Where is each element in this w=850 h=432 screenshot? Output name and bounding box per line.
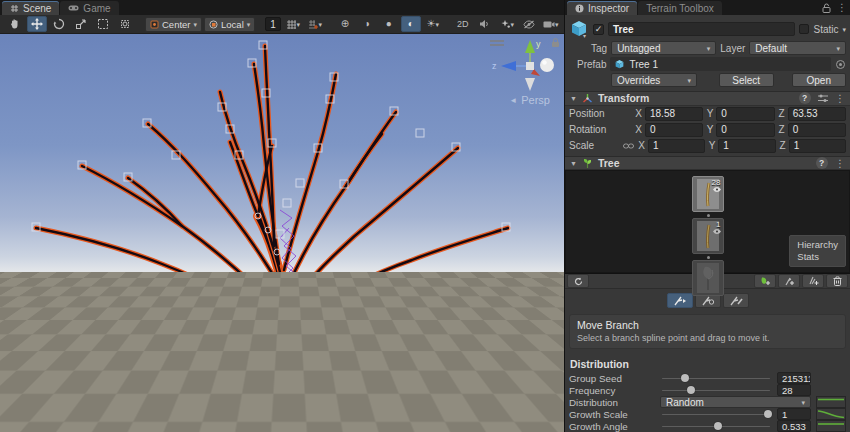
unity-editor-window: Scene Game	[0, 0, 850, 432]
filled-circle-icon: ●	[386, 19, 392, 29]
grid-snap-button[interactable]: ▾	[283, 16, 303, 32]
gizmo-crosshair-button[interactable]: ⊕	[335, 16, 355, 32]
eye-icon[interactable]	[713, 187, 721, 192]
snap-increment-field[interactable]: 1	[265, 17, 281, 31]
shading-mode-button[interactable]: ◑	[357, 16, 377, 32]
presets-icon[interactable]	[818, 94, 828, 103]
tag-dropdown[interactable]: Untagged ▾	[611, 41, 716, 55]
group-seed-value-field[interactable]: 215311	[777, 372, 811, 384]
crescent-toggle-button[interactable]: ◐	[401, 16, 421, 32]
camera-dropdown-button[interactable]: ▾	[541, 16, 561, 32]
link-icon[interactable]	[623, 142, 634, 150]
freehand-branch-tool-button[interactable]	[723, 293, 749, 308]
tab-inspector[interactable]: Inspector	[567, 1, 637, 15]
add-branch-group-button[interactable]	[778, 274, 800, 288]
sun-effects-button[interactable]: ☀▾	[423, 16, 443, 32]
slider-thumb[interactable]	[714, 422, 722, 430]
prefab-object-field[interactable]: Tree 1	[610, 57, 831, 71]
gameobject-cube-icon[interactable]: ▾	[569, 19, 589, 39]
foldout-icon: ▼	[570, 95, 577, 102]
kebab-menu-icon[interactable]: ⋮	[835, 92, 846, 104]
static-dropdown-icon[interactable]: ▾	[842, 26, 846, 33]
overrides-dropdown[interactable]: Overrides ▾	[611, 73, 697, 87]
growth-angle-slider[interactable]	[660, 420, 772, 432]
tree-node-branch-group-2[interactable]: 1	[692, 218, 724, 254]
snap-settings-button[interactable]: ▾	[305, 16, 325, 32]
tree-node-root[interactable]	[692, 260, 724, 296]
scale-z-field[interactable]: 1	[789, 139, 846, 153]
position-y-field[interactable]: 0	[716, 107, 774, 121]
rotation-y-field[interactable]: 0	[716, 123, 774, 137]
frequency-slider[interactable]	[660, 384, 772, 396]
eye-icon[interactable]	[713, 229, 721, 234]
rotate-icon	[53, 18, 65, 30]
growth-scale-slider[interactable]	[660, 408, 772, 420]
lighting-toggle-button[interactable]: ●	[379, 16, 399, 32]
shaded-sphere-icon: ◑	[364, 19, 370, 29]
kebab-menu-icon[interactable]: ⋮	[835, 157, 846, 169]
tree-component-title: Tree	[598, 157, 620, 169]
slider-thumb[interactable]	[764, 410, 772, 418]
prefab-settings-icon[interactable]	[835, 59, 846, 70]
growth-angle-value-field[interactable]: 0.533	[777, 420, 811, 432]
active-checkbox[interactable]: ✓	[593, 24, 604, 35]
effects-dropdown-button[interactable]: ▾	[497, 16, 517, 32]
distribution-curve-field[interactable]	[816, 396, 846, 408]
scale-tool-button[interactable]	[71, 16, 91, 32]
view-gizmo[interactable]: y z	[478, 36, 562, 94]
tab-game[interactable]: Game	[60, 1, 118, 15]
slider-thumb[interactable]	[687, 386, 695, 394]
static-checkbox[interactable]	[799, 24, 809, 34]
pivot-dropdown[interactable]: Center ▾	[145, 17, 202, 32]
open-button[interactable]: Open	[792, 73, 847, 87]
frequency-value-field[interactable]: 28	[777, 384, 811, 396]
refresh-icon	[574, 277, 583, 286]
projection-label[interactable]: ◄ Persp	[509, 94, 550, 106]
position-x-field[interactable]: 18.58	[645, 107, 703, 121]
duplicate-node-button[interactable]	[802, 274, 824, 288]
tree-hierarchy-canvas[interactable]: 28 1 Hierarchy Stats	[565, 170, 850, 274]
move-tool-button[interactable]	[27, 16, 47, 32]
help-icon[interactable]: ?	[799, 92, 811, 104]
transform-header[interactable]: ▼ Transform ? ⋮	[565, 91, 850, 106]
chevron-down-icon: ▾	[194, 21, 198, 28]
group-seed-slider[interactable]	[660, 372, 772, 384]
distribution-value: Random	[666, 397, 704, 408]
visibility-toggle-button[interactable]	[519, 16, 539, 32]
tab-scene[interactable]: Scene	[2, 1, 59, 15]
lock-icon[interactable]	[822, 3, 831, 13]
orientation-dropdown[interactable]: Local ▾	[204, 17, 255, 32]
distribution-dropdown[interactable]: Random ▾	[660, 396, 811, 408]
delete-node-button[interactable]	[826, 274, 848, 288]
growth-scale-value-field[interactable]: 1	[777, 408, 811, 420]
kebab-menu-icon[interactable]: ⋮	[837, 2, 847, 13]
refresh-button[interactable]	[567, 274, 589, 288]
slider-thumb[interactable]	[681, 374, 689, 382]
x-axis-label: X	[635, 124, 642, 135]
growth-angle-curve-field[interactable]	[816, 420, 846, 432]
add-leaf-group-button[interactable]	[754, 274, 776, 288]
scale-y-field[interactable]: 1	[718, 139, 775, 153]
audio-toggle-button[interactable]	[475, 16, 495, 32]
layer-dropdown[interactable]: Default ▾	[749, 41, 846, 55]
gameobject-name-field[interactable]: Tree	[608, 22, 795, 36]
rotate-tool-button[interactable]	[49, 16, 69, 32]
tag-layer-row: Tag Untagged ▾ Layer Default ▾	[565, 40, 850, 56]
tab-terrain-toolbox[interactable]: Terrain Toolbox	[638, 1, 722, 15]
position-z-field[interactable]: 63.53	[788, 107, 846, 121]
scene-viewport[interactable]: y z ◄ Persp	[0, 34, 564, 432]
select-button[interactable]: Select	[719, 73, 774, 87]
growth-scale-curve-field[interactable]	[816, 408, 846, 420]
hand-tool-button[interactable]	[5, 16, 25, 32]
move-branch-tool-button[interactable]	[667, 293, 693, 308]
rect-tool-button[interactable]	[93, 16, 113, 32]
tree-component-header[interactable]: ▼ Tree ? ⋮	[565, 156, 850, 171]
rotation-x-field[interactable]: 0	[645, 123, 703, 137]
persp-arrow-icon: ◄	[509, 96, 517, 105]
help-icon[interactable]: ?	[816, 157, 828, 169]
rotation-z-field[interactable]: 0	[788, 123, 846, 137]
scale-x-field[interactable]: 1	[648, 139, 705, 153]
2d-toggle-button[interactable]: 2D	[453, 16, 473, 32]
transform-tool-button[interactable]	[115, 16, 135, 32]
tree-node-branch-group-1[interactable]: 28	[692, 176, 724, 212]
